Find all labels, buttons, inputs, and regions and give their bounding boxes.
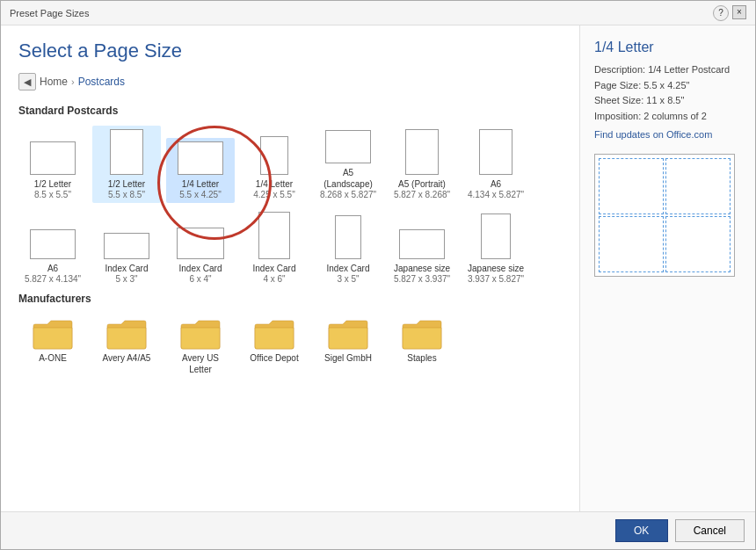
dialog-footer: OK Cancel — [1, 511, 755, 549]
preview-cell-1 — [599, 158, 664, 214]
close-button[interactable]: × — [732, 5, 746, 19]
item-size: 5.827 x 8.268" — [394, 190, 450, 199]
item-size: 8.5 x 5.5" — [34, 190, 71, 199]
page-icon — [104, 233, 149, 259]
manufacturer-label: Avery US Letter — [170, 352, 231, 375]
manufacturer-avery-a4a5[interactable]: Avery A4/A5 — [92, 314, 161, 379]
description: Description: 1/4 Letter Postcard — [594, 62, 741, 78]
ok-button[interactable]: OK — [615, 519, 668, 542]
manufacturers-title: Manufacturers — [18, 293, 562, 305]
page-icon — [260, 136, 288, 175]
item-size: 6 x 4" — [189, 274, 211, 284]
dialog-body: Select a Page Size ◀ Home › Postcards St… — [1, 25, 755, 511]
page-icon — [479, 129, 512, 175]
item-label: A5 (Portrait) — [398, 178, 446, 190]
manufacturers-grid: A-ONE Avery A4/A5 — [18, 314, 562, 379]
page-title: Select a Page Size — [18, 40, 562, 62]
size-a6-landscape[interactable]: A6 5.827 x 4.134" — [18, 226, 87, 287]
item-size: 3 x 5" — [337, 274, 359, 284]
item-size: 5.5 x 4.25" — [179, 190, 221, 199]
breadcrumb: ◀ Home › Postcards — [18, 73, 562, 90]
item-size: 5 x 3" — [115, 274, 137, 284]
size-half-letter-landscape[interactable]: 1/2 Letter 8.5 x 5.5" — [18, 138, 87, 203]
item-label: Index Card — [327, 263, 370, 274]
find-updates-link[interactable]: Find updates on Office.com — [594, 129, 712, 140]
folder-icon — [253, 317, 295, 351]
imposition: Imposition: 2 columns of 2 — [594, 109, 741, 125]
size-a5-portrait[interactable]: A5 (Portrait) 5.827 x 8.268" — [388, 126, 456, 203]
right-panel: 1/4 Letter Description: 1/4 Letter Postc… — [579, 25, 755, 511]
item-label: Japanese size — [468, 263, 524, 274]
item-label: Index Card — [105, 263, 149, 274]
size-japanese-landscape[interactable]: Japanese size 5.827 x 3.937" — [388, 226, 456, 287]
folder-icon — [327, 317, 369, 351]
folder-icon — [179, 317, 222, 351]
page-icon — [110, 129, 143, 175]
size-a5-landscape[interactable]: A5(Landscape) 8.268 x 5.827" — [314, 127, 382, 203]
title-bar: Preset Page Sizes ? × — [1, 1, 755, 25]
cancel-button[interactable]: Cancel — [675, 519, 745, 542]
manufacturer-a-one[interactable]: A-ONE — [18, 314, 87, 379]
sheet-size: Sheet Size: 11 x 8.5" — [594, 93, 741, 109]
manufacturer-label: Sigel GmbH — [324, 352, 372, 364]
page-icon — [177, 228, 224, 259]
manufacturer-label: A-ONE — [39, 352, 67, 364]
item-label: A6 — [47, 263, 58, 274]
page-icon — [178, 141, 223, 175]
dialog-title: Preset Page Sizes — [10, 8, 90, 18]
size-index-card-3x5[interactable]: Index Card 3 x 5" — [314, 212, 382, 287]
breadcrumb-home[interactable]: Home — [40, 76, 68, 88]
size-half-letter-portrait[interactable]: 1/2 Letter 5.5 x 8.5" — [92, 126, 161, 203]
preview-cell-3 — [599, 216, 664, 272]
item-size: 5.827 x 3.937" — [394, 274, 450, 284]
page-icon — [325, 130, 371, 163]
size-quarter-letter-landscape[interactable]: 1/4 Letter 5.5 x 4.25" — [166, 138, 235, 203]
size-index-card-4x6[interactable]: Index Card 4 x 6" — [240, 208, 309, 287]
postcards-row-1: 1/2 Letter 8.5 x 5.5" 1/2 Letter 5.5 x 8… — [18, 126, 562, 203]
size-quarter-letter-portrait[interactable]: 1/4 Letter 4.25 x 5.5" — [240, 133, 309, 203]
page-icon — [30, 141, 76, 175]
manufacturer-label: Avery A4/A5 — [103, 352, 151, 364]
left-panel: Select a Page Size ◀ Home › Postcards St… — [1, 25, 579, 511]
size-japanese-portrait[interactable]: Japanese size 3.937 x 5.827" — [462, 210, 530, 287]
item-size: 5.5 x 8.5" — [108, 190, 145, 199]
postcards-row-2: A6 5.827 x 4.134" Index Card 5 x 3" Inde… — [18, 208, 562, 287]
item-size: 3.937 x 5.827" — [468, 274, 524, 284]
breadcrumb-back-button[interactable]: ◀ — [18, 73, 36, 90]
standard-postcards-title: Standard Postcards — [18, 105, 562, 117]
size-index-card-6x4[interactable]: Index Card 6 x 4" — [166, 224, 235, 287]
page-icon — [399, 229, 445, 259]
page-icon — [481, 213, 511, 259]
manufacturer-office-depot[interactable]: Office Depot — [240, 314, 309, 379]
item-label: Index Card — [253, 263, 296, 274]
preview-cell-4 — [665, 216, 731, 272]
size-a6-portrait[interactable]: A6 4.134 x 5.827" — [462, 126, 530, 203]
folder-icon — [32, 317, 74, 351]
manufacturer-label: Office Depot — [250, 352, 298, 364]
item-label: 1/2 Letter — [34, 178, 71, 190]
item-size: 4 x 6" — [263, 274, 285, 284]
folder-icon — [105, 317, 148, 351]
item-size: 8.268 x 5.827" — [320, 190, 376, 199]
item-size: 5.827 x 4.134" — [25, 274, 81, 284]
manufacturer-avery-us[interactable]: Avery US Letter — [166, 314, 235, 379]
circle-container: 1/4 Letter 5.5 x 4.25" — [166, 138, 235, 203]
page-icon — [258, 212, 290, 259]
help-button[interactable]: ? — [713, 5, 729, 21]
page-icon — [30, 229, 76, 259]
right-panel-info: Description: 1/4 Letter Postcard Page Si… — [594, 62, 741, 143]
item-label: 1/2 Letter — [108, 178, 145, 190]
breadcrumb-separator: › — [71, 76, 75, 87]
manufacturer-sigel[interactable]: Sigel GmbH — [314, 314, 382, 379]
item-label: 1/4 Letter — [256, 178, 293, 190]
page-icon — [405, 129, 439, 175]
item-size: 4.134 x 5.827" — [468, 190, 524, 199]
item-label: Japanese size — [394, 263, 450, 274]
preview-grid — [594, 154, 735, 277]
folder-icon — [401, 317, 443, 351]
item-label: A6 — [491, 178, 501, 190]
size-index-card-5x3[interactable]: Index Card 5 x 3" — [92, 229, 161, 287]
breadcrumb-current: Postcards — [78, 76, 125, 88]
page-size: Page Size: 5.5 x 4.25" — [594, 78, 741, 94]
manufacturer-staples[interactable]: Staples — [388, 314, 456, 379]
